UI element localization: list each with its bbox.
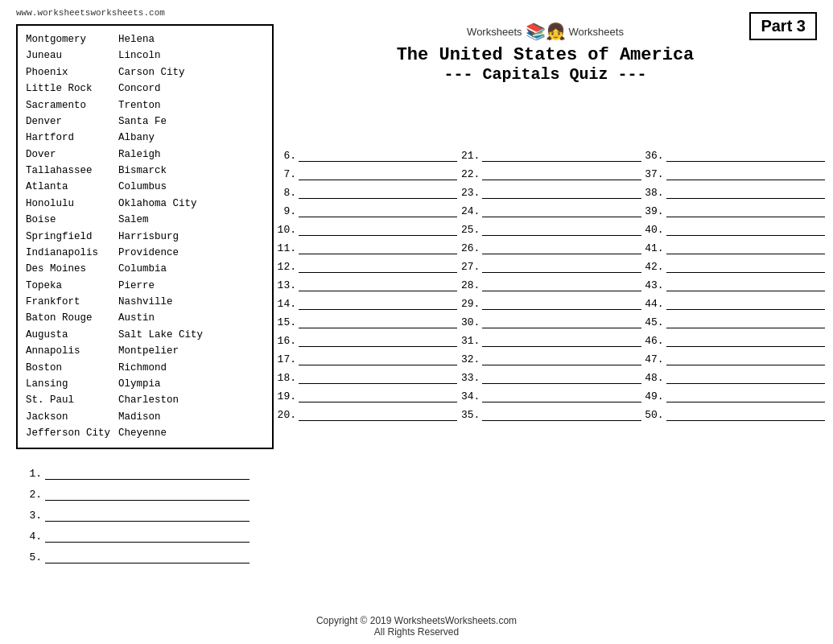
quiz-answer-line[interactable] xyxy=(299,186,457,199)
quiz-number: 32. xyxy=(457,353,480,365)
quiz-answer-line[interactable] xyxy=(299,353,457,365)
quiz-item: 21. xyxy=(457,149,641,162)
quiz-answer-line[interactable] xyxy=(666,408,825,421)
word-item: Frankfort xyxy=(26,295,110,310)
quiz-answer-line[interactable] xyxy=(299,371,457,384)
word-item: Juneau xyxy=(26,48,110,64)
title-line2: --- Capitals Quiz --- xyxy=(443,65,646,84)
quiz-answer-line[interactable] xyxy=(482,149,641,162)
word-item: Austin xyxy=(118,311,203,326)
quiz-item: 14. xyxy=(274,297,457,310)
word-item: Springfield xyxy=(26,229,110,245)
quiz-answer-line[interactable] xyxy=(299,316,457,328)
quiz-answer-line[interactable] xyxy=(482,408,641,421)
quiz-item: 34. xyxy=(457,390,641,402)
quiz-col-1: 6.7.8.9.10.11.12.13.14.15.16.17.18.19.20… xyxy=(274,149,457,427)
answer-line-item: 3. xyxy=(24,509,249,522)
word-item: Indianapolis xyxy=(26,246,110,261)
quiz-item: 37. xyxy=(641,167,825,180)
quiz-answer-line[interactable] xyxy=(666,204,825,217)
quiz-number: 13. xyxy=(274,279,296,291)
quiz-answer-line[interactable] xyxy=(299,297,457,310)
line-number: 3. xyxy=(24,510,42,522)
quiz-answer-line[interactable] xyxy=(299,390,457,402)
word-item: Montgomery xyxy=(26,32,110,47)
quiz-answer-line[interactable] xyxy=(482,223,641,236)
quiz-answer-line[interactable] xyxy=(482,242,641,254)
word-item: Bismarck xyxy=(118,163,203,179)
quiz-answer-line[interactable] xyxy=(666,260,825,273)
word-item: Des Moines xyxy=(26,262,110,277)
answer-line[interactable] xyxy=(45,551,249,564)
quiz-answer-line[interactable] xyxy=(482,279,641,291)
quiz-item: 10. xyxy=(274,223,457,236)
word-item: Denver xyxy=(26,114,110,130)
quiz-answer-line[interactable] xyxy=(299,408,457,421)
quiz-number: 47. xyxy=(641,353,664,365)
quiz-answer-line[interactable] xyxy=(482,371,641,384)
quiz-answer-line[interactable] xyxy=(666,353,825,365)
quiz-number: 33. xyxy=(457,372,480,384)
quiz-answer-line[interactable] xyxy=(482,204,641,217)
word-item: Helena xyxy=(118,32,203,47)
quiz-answer-line[interactable] xyxy=(299,242,457,254)
quiz-answer-line[interactable] xyxy=(666,390,825,402)
word-item: Baton Rouge xyxy=(26,311,110,326)
quiz-answer-line[interactable] xyxy=(482,167,641,180)
quiz-answer-line[interactable] xyxy=(666,242,825,254)
quiz-number: 42. xyxy=(641,261,664,273)
answer-line[interactable] xyxy=(45,488,249,501)
quiz-answer-line[interactable] xyxy=(666,223,825,236)
quiz-answer-line[interactable] xyxy=(299,223,457,236)
quiz-number: 15. xyxy=(274,316,296,328)
quiz-answer-line[interactable] xyxy=(666,334,825,347)
quiz-answer-line[interactable] xyxy=(299,167,457,180)
quiz-item: 42. xyxy=(641,260,825,273)
quiz-number: 17. xyxy=(274,353,296,365)
quiz-item: 41. xyxy=(641,242,825,254)
quiz-answer-line[interactable] xyxy=(482,297,641,310)
quiz-answer-line[interactable] xyxy=(666,297,825,310)
quiz-col-3: 36.37.38.39.40.41.42.43.44.45.46.47.48.4… xyxy=(641,149,825,427)
answer-line[interactable] xyxy=(45,530,249,543)
quiz-number: 45. xyxy=(641,316,664,328)
quiz-number: 50. xyxy=(641,409,664,421)
answer-line[interactable] xyxy=(45,509,249,522)
quiz-answer-line[interactable] xyxy=(299,279,457,291)
quiz-item: 47. xyxy=(641,353,825,365)
quiz-answer-line[interactable] xyxy=(482,390,641,402)
quiz-answer-line[interactable] xyxy=(482,334,641,347)
quiz-answer-line[interactable] xyxy=(666,316,825,328)
title-line1: The United States of America xyxy=(397,45,695,65)
quiz-number: 16. xyxy=(274,335,296,347)
quiz-answer-line[interactable] xyxy=(666,149,825,162)
quiz-item: 39. xyxy=(641,204,825,217)
word-item: Jefferson City xyxy=(26,426,110,441)
quiz-number: 35. xyxy=(457,409,480,421)
word-item: Lansing xyxy=(26,377,110,392)
quiz-answer-line[interactable] xyxy=(666,371,825,384)
quiz-answer-line[interactable] xyxy=(482,186,641,199)
answer-line[interactable] xyxy=(45,467,249,480)
word-item: Albany xyxy=(118,130,203,146)
word-item: Providence xyxy=(118,246,203,261)
quiz-answer-line[interactable] xyxy=(482,260,641,273)
quiz-answer-line[interactable] xyxy=(299,204,457,217)
logo-icon: 📚👧 xyxy=(526,22,566,42)
quiz-answer-line[interactable] xyxy=(299,149,457,162)
word-item: Montpelier xyxy=(118,344,203,359)
quiz-item: 33. xyxy=(457,371,641,384)
quiz-answer-line[interactable] xyxy=(299,334,457,347)
quiz-answer-line[interactable] xyxy=(666,186,825,199)
quiz-answer-line[interactable] xyxy=(482,316,641,328)
quiz-answer-line[interactable] xyxy=(666,167,825,180)
quiz-answer-line[interactable] xyxy=(482,353,641,365)
quiz-area: 6.7.8.9.10.11.12.13.14.15.16.17.18.19.20… xyxy=(274,149,825,596)
footer-line2: All Rights Reserved xyxy=(0,626,833,638)
quiz-answer-line[interactable] xyxy=(299,260,457,273)
quiz-answer-line[interactable] xyxy=(666,279,825,291)
word-item: Dover xyxy=(26,147,110,163)
quiz-number: 8. xyxy=(274,187,296,199)
quiz-number: 25. xyxy=(457,224,480,236)
quiz-number: 22. xyxy=(457,168,480,180)
